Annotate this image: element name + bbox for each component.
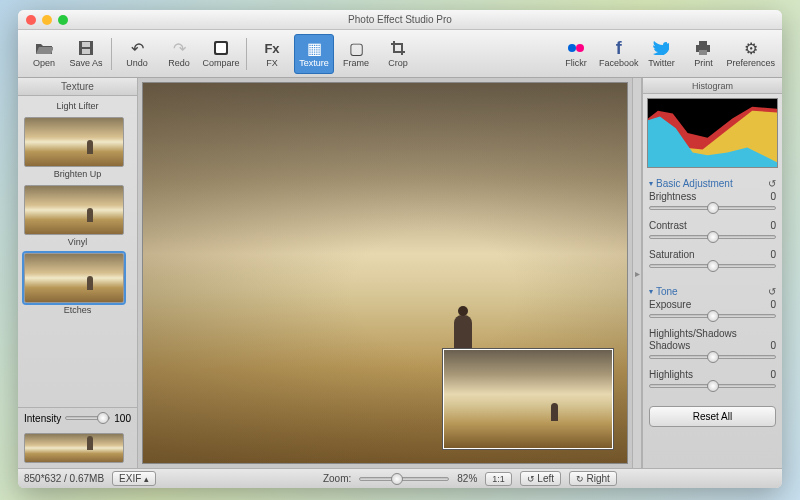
canvas-view[interactable] — [142, 82, 628, 464]
texture-sidebar: Texture Light Lifter Brighten Up Vinyl E… — [18, 78, 138, 468]
thumbnail-image — [24, 185, 124, 235]
flickr-button[interactable]: Flickr — [556, 34, 596, 74]
redo-button[interactable]: ↷ Redo — [159, 34, 199, 74]
facebook-icon: f — [609, 39, 629, 57]
reset-all-button[interactable]: Reset All — [649, 406, 776, 427]
shadows-row: Shadows0 — [649, 340, 776, 365]
section-title: Basic Adjustment — [656, 178, 768, 189]
print-icon — [693, 39, 713, 57]
texture-thumb-extra[interactable] — [24, 433, 131, 463]
gear-icon: ⚙ — [741, 39, 761, 57]
thumbnail-image — [24, 253, 124, 303]
svg-point-6 — [576, 44, 584, 52]
svg-rect-9 — [699, 50, 707, 55]
twitter-icon — [651, 39, 671, 57]
highlights-row: Highlights0 — [649, 369, 776, 394]
rotate-right-button[interactable]: ↻ Right — [569, 471, 617, 486]
main-body: Texture Light Lifter Brighten Up Vinyl E… — [18, 78, 782, 468]
adjustments-panel: Histogram ▾ Basic Adjustment ↺ Brightnes… — [642, 78, 782, 468]
rotate-left-button[interactable]: ↺ Left — [520, 471, 561, 486]
flickr-icon — [566, 39, 586, 57]
compare-icon — [211, 39, 231, 57]
reset-section-icon[interactable]: ↺ — [768, 286, 776, 297]
twitter-button[interactable]: Twitter — [641, 34, 681, 74]
crop-icon — [388, 39, 408, 57]
toolbar-separator — [246, 38, 247, 70]
statusbar: 850*632 / 0.67MB EXIF ▴ Zoom: 82% 1:1 ↺ … — [18, 468, 782, 488]
section-title: Tone — [656, 286, 768, 297]
crop-button[interactable]: Crop — [378, 34, 418, 74]
tone-section: ▾ Tone ↺ Exposure0 Highlights/Shadows Sh… — [643, 280, 782, 400]
open-button[interactable]: Open — [24, 34, 64, 74]
thumbnail-image — [24, 433, 124, 463]
saturation-slider[interactable] — [649, 260, 776, 272]
exposure-row: Exposure0 — [649, 299, 776, 324]
redo-icon: ↷ — [169, 39, 189, 57]
frame-icon: ▢ — [346, 39, 366, 57]
texture-thumb-etches[interactable]: Etches — [24, 253, 131, 315]
toolbar-separator — [111, 38, 112, 70]
window-title: Photo Effect Studio Pro — [18, 14, 782, 25]
frame-button[interactable]: ▢ Frame — [336, 34, 376, 74]
texture-button[interactable]: ▦ Texture — [294, 34, 334, 74]
exposure-slider[interactable] — [649, 310, 776, 322]
sidebar-header: Texture — [18, 78, 137, 96]
contrast-row: Contrast0 — [649, 220, 776, 245]
compare-button[interactable]: Compare — [201, 34, 241, 74]
collapse-icon[interactable]: ▾ — [649, 179, 653, 188]
picture-in-picture[interactable] — [443, 349, 613, 449]
fx-button[interactable]: Fx FX — [252, 34, 292, 74]
texture-thumbnails: Light Lifter Brighten Up Vinyl Etches — [18, 96, 137, 407]
canvas-area — [138, 78, 632, 468]
intensity-control: Intensity 100 — [18, 407, 137, 428]
zoom-label: Zoom: — [323, 473, 351, 484]
preferences-button[interactable]: ⚙ Preferences — [725, 34, 776, 74]
texture-thumbnails-overflow — [18, 428, 137, 468]
highlights-slider[interactable] — [649, 380, 776, 392]
intensity-value: 100 — [114, 413, 131, 424]
saturation-row: Saturation0 — [649, 249, 776, 274]
intensity-slider[interactable] — [65, 412, 110, 424]
zoom-value: 82% — [457, 473, 477, 484]
toolbar: Open Save As ↶ Undo ↷ Redo Compare Fx FX… — [18, 30, 782, 78]
histogram — [647, 98, 778, 168]
image-dimensions: 850*632 / 0.67MB — [24, 473, 104, 484]
print-button[interactable]: Print — [683, 34, 723, 74]
titlebar: Photo Effect Studio Pro — [18, 10, 782, 30]
texture-thumb-vinyl[interactable]: Vinyl — [24, 185, 131, 247]
svg-rect-2 — [82, 49, 90, 54]
folder-open-icon — [34, 39, 54, 57]
undo-button[interactable]: ↶ Undo — [117, 34, 157, 74]
facebook-button[interactable]: f Facebook — [598, 34, 640, 74]
hs-label: Highlights/Shadows — [649, 328, 737, 339]
exif-button[interactable]: EXIF ▴ — [112, 471, 156, 486]
basic-adjustment-section: ▾ Basic Adjustment ↺ Brightness0 Contras… — [643, 172, 782, 280]
texture-thumb-lightlifter[interactable]: Light Lifter — [24, 101, 131, 111]
texture-icon: ▦ — [304, 39, 324, 57]
save-icon — [76, 39, 96, 57]
zoom-slider[interactable] — [359, 473, 449, 485]
svg-point-5 — [568, 44, 576, 52]
saveas-button[interactable]: Save As — [66, 34, 106, 74]
intensity-label: Intensity — [24, 413, 61, 424]
brightness-slider[interactable] — [649, 202, 776, 214]
collapse-icon[interactable]: ▾ — [649, 287, 653, 296]
app-window: Photo Effect Studio Pro Open Save As ↶ U… — [18, 10, 782, 488]
contrast-slider[interactable] — [649, 231, 776, 243]
reset-section-icon[interactable]: ↺ — [768, 178, 776, 189]
svg-rect-4 — [216, 43, 226, 53]
thumbnail-image — [24, 117, 124, 167]
shadows-slider[interactable] — [649, 351, 776, 363]
histogram-header: Histogram — [643, 78, 782, 94]
texture-thumb-brightenup[interactable]: Brighten Up — [24, 117, 131, 179]
panel-collapse-handle[interactable]: ▸ — [632, 78, 642, 468]
fx-icon: Fx — [262, 39, 282, 57]
brightness-row: Brightness0 — [649, 191, 776, 216]
svg-rect-7 — [699, 41, 707, 45]
ratio-button[interactable]: 1:1 — [485, 472, 512, 486]
svg-rect-1 — [82, 42, 90, 47]
undo-icon: ↶ — [127, 39, 147, 57]
